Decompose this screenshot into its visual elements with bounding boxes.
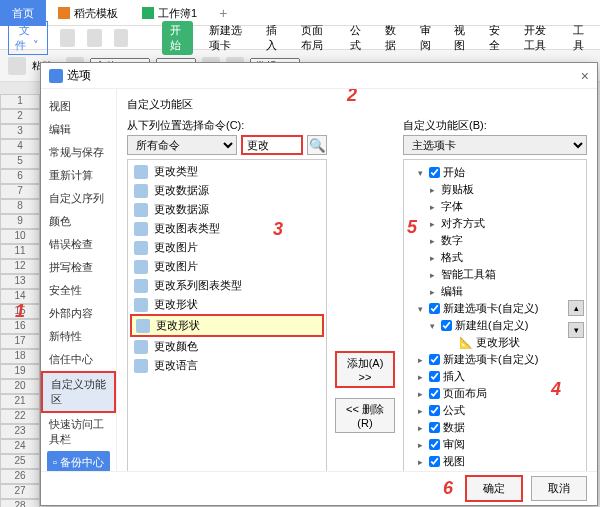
- row-header[interactable]: 27: [0, 484, 40, 499]
- tree-item[interactable]: 📐 更改形状: [408, 334, 582, 351]
- sidebar-item-7[interactable]: 拼写检查: [41, 256, 116, 279]
- menu-view[interactable]: 视图: [450, 21, 473, 55]
- row-header[interactable]: 28: [0, 499, 40, 507]
- move-up[interactable]: ▴: [568, 300, 584, 316]
- row-header[interactable]: 26: [0, 469, 40, 484]
- ribbon-tree[interactable]: ▴ ▾ ▾开始▸剪贴板▸字体▸对齐方式▸数字▸格式▸智能工具箱▸编辑▾新建选项卡…: [403, 159, 587, 471]
- tree-item[interactable]: ▾新建组(自定义): [408, 317, 582, 334]
- row-header[interactable]: 13: [0, 274, 40, 289]
- cmd-item[interactable]: 更改图表类型: [130, 219, 324, 238]
- sidebar-item-8[interactable]: 安全性: [41, 279, 116, 302]
- move-down[interactable]: ▾: [568, 322, 584, 338]
- tree-item[interactable]: ▸数据: [408, 419, 582, 436]
- sidebar-item-11[interactable]: 信任中心: [41, 348, 116, 371]
- row-header[interactable]: 18: [0, 349, 40, 364]
- commands-list[interactable]: 更改类型更改数据源更改数据源更改图表类型更改图片更改图片更改系列图表类型更改形状…: [127, 159, 327, 471]
- row-header[interactable]: 9: [0, 214, 40, 229]
- tree-checkbox[interactable]: [429, 422, 440, 433]
- row-header[interactable]: 12: [0, 259, 40, 274]
- cmd-item[interactable]: 更改数据源: [130, 181, 324, 200]
- sidebar-item-10[interactable]: 新特性: [41, 325, 116, 348]
- cancel-button[interactable]: 取消: [531, 476, 587, 501]
- menu-dev[interactable]: 开发工具: [520, 21, 557, 55]
- menu-review[interactable]: 审阅: [416, 21, 439, 55]
- menu-data[interactable]: 数据: [381, 21, 404, 55]
- tree-item[interactable]: ▸对齐方式: [408, 215, 582, 232]
- tree-checkbox[interactable]: [429, 167, 440, 178]
- row-header[interactable]: 1: [0, 94, 40, 109]
- tab-template[interactable]: 稻壳模板: [46, 0, 130, 26]
- tree-checkbox[interactable]: [429, 371, 440, 382]
- row-header[interactable]: 4: [0, 139, 40, 154]
- menu-tools[interactable]: 工具: [569, 21, 592, 55]
- row-header[interactable]: 19: [0, 364, 40, 379]
- menu-insert[interactable]: 插入: [262, 21, 285, 55]
- search-input[interactable]: [241, 135, 303, 155]
- row-header[interactable]: 21: [0, 394, 40, 409]
- row-header[interactable]: 10: [0, 229, 40, 244]
- tree-item[interactable]: ▸编辑: [408, 283, 582, 300]
- row-header[interactable]: 6: [0, 169, 40, 184]
- tree-checkbox[interactable]: [429, 303, 440, 314]
- cmd-item[interactable]: 更改系列图表类型: [130, 276, 324, 295]
- tree-item[interactable]: ▾开始: [408, 164, 582, 181]
- commands-filter[interactable]: 所有命令: [127, 135, 237, 155]
- sidebar-item-6[interactable]: 错误检查: [41, 233, 116, 256]
- cmd-item[interactable]: 更改图片: [130, 257, 324, 276]
- sidebar-item-1[interactable]: 编辑: [41, 118, 116, 141]
- search-button[interactable]: 🔍: [307, 135, 327, 155]
- qat-icon2[interactable]: [87, 29, 102, 47]
- menu-formula[interactable]: 公式: [346, 21, 369, 55]
- sidebar-item-13[interactable]: 快速访问工具栏: [41, 413, 116, 451]
- tree-item[interactable]: ▸字体: [408, 198, 582, 215]
- row-header[interactable]: 8: [0, 199, 40, 214]
- row-header[interactable]: 2: [0, 109, 40, 124]
- tree-item[interactable]: ▸视图: [408, 453, 582, 470]
- row-header[interactable]: 20: [0, 379, 40, 394]
- add-button[interactable]: 添加(A) >>: [335, 351, 395, 388]
- sidebar-item-0[interactable]: 视图: [41, 95, 116, 118]
- cmd-item[interactable]: 更改形状: [130, 314, 324, 337]
- cmd-item[interactable]: 更改形状: [130, 295, 324, 314]
- row-header[interactable]: 11: [0, 244, 40, 259]
- row-header[interactable]: 5: [0, 154, 40, 169]
- menu-layout[interactable]: 页面布局: [297, 21, 334, 55]
- row-header[interactable]: 25: [0, 454, 40, 469]
- menu-start[interactable]: 开始: [162, 21, 193, 55]
- tree-item[interactable]: ▸审阅: [408, 436, 582, 453]
- tree-item[interactable]: ▸公式: [408, 402, 582, 419]
- sidebar-item-12[interactable]: 自定义功能区: [41, 371, 116, 413]
- qat-icon1[interactable]: [60, 29, 75, 47]
- cmd-item[interactable]: 更改图片: [130, 238, 324, 257]
- remove-button[interactable]: << 删除(R): [335, 398, 395, 433]
- row-header[interactable]: 22: [0, 409, 40, 424]
- row-header[interactable]: 3: [0, 124, 40, 139]
- ribbon-filter[interactable]: 主选项卡: [403, 135, 587, 155]
- menu-newtab[interactable]: 新建选项卡: [205, 21, 250, 55]
- row-header[interactable]: 24: [0, 439, 40, 454]
- sidebar-item-3[interactable]: 重新计算: [41, 164, 116, 187]
- cmd-item[interactable]: 更改类型: [130, 162, 324, 181]
- row-header[interactable]: 17: [0, 334, 40, 349]
- tree-checkbox[interactable]: [441, 320, 452, 331]
- sidebar-item-4[interactable]: 自定义序列: [41, 187, 116, 210]
- tree-item[interactable]: ▸数字: [408, 232, 582, 249]
- qat-icon3[interactable]: [114, 29, 129, 47]
- tree-checkbox[interactable]: [429, 388, 440, 399]
- file-menu[interactable]: 文件 ˅: [8, 21, 48, 55]
- tree-item[interactable]: ▸新建选项卡(自定义): [408, 351, 582, 368]
- cmd-item[interactable]: 更改颜色: [130, 337, 324, 356]
- row-header[interactable]: 7: [0, 184, 40, 199]
- tree-checkbox[interactable]: [429, 456, 440, 467]
- tree-checkbox[interactable]: [429, 354, 440, 365]
- tree-item[interactable]: ▸格式: [408, 249, 582, 266]
- tree-item[interactable]: ▸剪贴板: [408, 181, 582, 198]
- sidebar-item-9[interactable]: 外部内容: [41, 302, 116, 325]
- tree-checkbox[interactable]: [429, 405, 440, 416]
- sidebar-item-2[interactable]: 常规与保存: [41, 141, 116, 164]
- close-button[interactable]: ×: [581, 68, 589, 84]
- tab-add[interactable]: +: [209, 5, 237, 21]
- row-header[interactable]: 23: [0, 424, 40, 439]
- ok-button[interactable]: 确定: [465, 475, 523, 502]
- tree-checkbox[interactable]: [429, 439, 440, 450]
